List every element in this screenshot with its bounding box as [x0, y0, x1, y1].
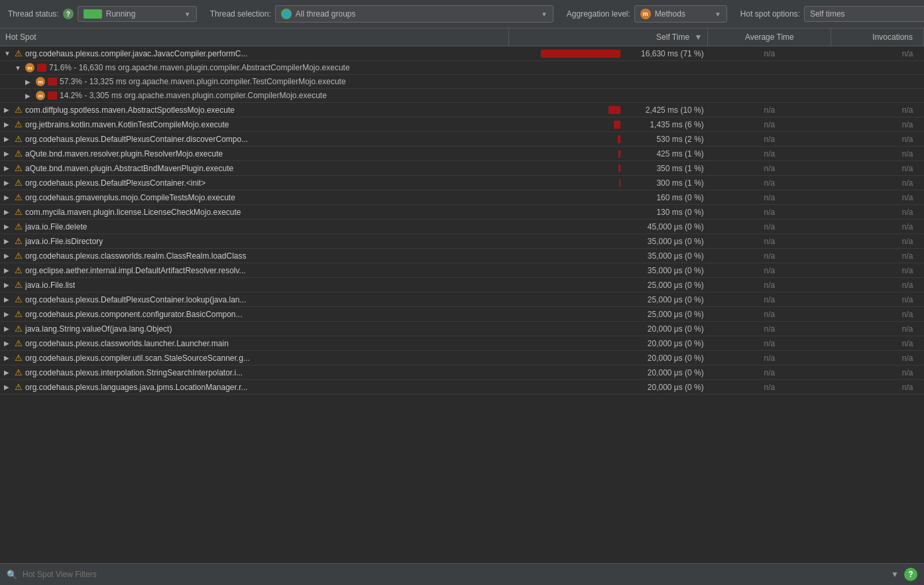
- method-name: org.codehaus.plexus.compiler.util.scan.S…: [25, 354, 250, 363]
- table-row: ▶⚠org.eclipse.aether.internal.impl.Defau…: [0, 263, 924, 278]
- method-name: java.io.File.delete: [25, 222, 87, 231]
- hotspot-options-dropdown[interactable]: Self times ▼: [804, 6, 924, 22]
- expand-button[interactable]: ▶: [4, 281, 12, 289]
- thread-selection-value: All thread groups: [296, 9, 356, 19]
- table-row: ▶⚠org.codehaus.plexus.DefaultPlexusConta…: [0, 176, 924, 190]
- expand-button[interactable]: ▶: [25, 92, 33, 99]
- self-time-value: 1,435 ms (6 %): [624, 120, 704, 129]
- invocations-cell: n/a: [831, 249, 924, 263]
- self-time-value: 20,000 μs (0 %): [624, 324, 704, 334]
- table-row: ▶⚠com.mycila.maven.plugin.license.Licens…: [0, 205, 924, 220]
- expand-button[interactable]: ▶: [4, 208, 12, 216]
- invocations-cell: n/a: [831, 205, 924, 220]
- table-row: ▶⚠org.codehaus.plexus.DefaultPlexusConta…: [0, 292, 924, 307]
- color-block: [48, 92, 57, 99]
- expand-button[interactable]: ▶: [4, 194, 12, 201]
- thread-status-help-icon[interactable]: ?: [63, 9, 74, 19]
- self-time-value: 45,000 μs (0 %): [624, 222, 704, 231]
- self-time-bar: [608, 106, 620, 114]
- expand-button[interactable]: ▶: [25, 78, 33, 86]
- self-time-value: 20,000 μs (0 %): [624, 368, 704, 377]
- invocations-column-header[interactable]: Invocations: [831, 29, 924, 46]
- thread-selection-dropdown[interactable]: 🌐 All thread groups ▼: [275, 5, 553, 23]
- method-name: org.codehaus.plexus.classworlds.launcher…: [25, 339, 229, 348]
- avg-time-cell: n/a: [708, 278, 831, 292]
- method-name: org.codehaus.plexus.DefaultPlexusContain…: [25, 178, 205, 188]
- self-time-cell: 1,435 ms (6 %): [509, 117, 708, 132]
- warning-icon: ⚠: [15, 119, 23, 129]
- expand-button[interactable]: ▶: [4, 252, 12, 259]
- chevron-down-icon: ▼: [184, 11, 191, 18]
- self-time-cell: 300 ms (1 %): [509, 176, 708, 190]
- self-time-cell: 16,630 ms (71 %): [509, 46, 708, 61]
- thread-status-dropdown[interactable]: Running ▼: [78, 6, 197, 22]
- table-row: ▶⚠java.lang.String.valueOf(java.lang.Obj…: [0, 322, 924, 336]
- method-name: org.eclipse.aether.internal.impl.Default…: [25, 266, 246, 275]
- expand-button[interactable]: ▼: [4, 50, 12, 57]
- self-time-bar: [619, 179, 620, 187]
- profiler-table: Hot Spot Self Time ▼ Average Time Invoca…: [0, 29, 924, 395]
- expand-button[interactable]: ▶: [4, 325, 12, 332]
- invocations-cell: n/a: [831, 103, 924, 117]
- self-time-value: 35,000 μs (0 %): [624, 266, 704, 275]
- expand-button[interactable]: ▶: [4, 296, 12, 303]
- expand-button[interactable]: ▼: [15, 64, 23, 72]
- self-time-value: 350 ms (1 %): [624, 164, 704, 173]
- expand-button[interactable]: ▶: [4, 383, 12, 391]
- hotspot-cell: ▶⚠aQute.bnd.maven.plugin.AbstractBndMave…: [0, 161, 509, 176]
- method-name: org.codehaus.plexus.compiler.javac.Javac…: [25, 49, 247, 58]
- invocations-cell: n/a: [831, 307, 924, 322]
- avg-time-cell: n/a: [708, 365, 831, 380]
- invocations-cell: n/a: [831, 351, 924, 365]
- filter-input[interactable]: [23, 570, 886, 579]
- warning-icon: ⚠: [15, 207, 23, 217]
- avg-time-cell: n/a: [708, 46, 831, 61]
- avgtime-column-header[interactable]: Average Time: [708, 29, 831, 46]
- self-time-cell: 2,425 ms (10 %): [509, 103, 708, 117]
- hotspot-cell: ▶⚠org.codehaus.plexus.languages.java.jpm…: [0, 380, 509, 395]
- self-time-cell: [509, 75, 708, 89]
- warning-icon: ⚠: [15, 178, 23, 188]
- toolbar: Thread status: ? Running ▼ Thread select…: [0, 0, 924, 29]
- expand-button[interactable]: ▶: [4, 237, 12, 245]
- expand-button[interactable]: ▶: [4, 135, 12, 143]
- expand-button[interactable]: ▶: [4, 179, 12, 186]
- expand-button[interactable]: ▶: [4, 354, 12, 361]
- hotspot-column-header[interactable]: Hot Spot: [0, 29, 509, 46]
- self-time-cell: 20,000 μs (0 %): [509, 351, 708, 365]
- avg-time-cell: n/a: [708, 380, 831, 395]
- m-badge-icon: m: [36, 91, 45, 100]
- self-time-value: 20,000 μs (0 %): [624, 339, 704, 348]
- invocations-cell: n/a: [831, 336, 924, 351]
- selftime-column-header[interactable]: Self Time ▼: [509, 29, 708, 46]
- method-name: org.jetbrains.kotlin.maven.KotlinTestCom…: [25, 120, 229, 129]
- expand-button[interactable]: ▶: [4, 340, 12, 347]
- warning-icon: ⚠: [15, 367, 23, 377]
- expand-button[interactable]: ▶: [4, 121, 12, 128]
- expand-button[interactable]: ▶: [4, 267, 12, 274]
- hotspot-cell: ▶⚠org.codehaus.plexus.component.configur…: [0, 307, 509, 322]
- profiler-table-container: Hot Spot Self Time ▼ Average Time Invoca…: [0, 29, 924, 563]
- expand-button[interactable]: ▶: [4, 369, 12, 376]
- help-button[interactable]: ?: [904, 568, 917, 581]
- hotspot-cell: ▶⚠org.codehaus.plexus.DefaultPlexusConta…: [0, 176, 509, 190]
- self-time-cell: 25,000 μs (0 %): [509, 307, 708, 322]
- aggregation-dropdown[interactable]: m Methods ▼: [634, 5, 727, 23]
- self-time-cell: 25,000 μs (0 %): [509, 278, 708, 292]
- expand-button[interactable]: ▶: [4, 223, 12, 230]
- method-name: org.codehaus.plexus.component.configurat…: [25, 310, 243, 319]
- expand-button[interactable]: ▶: [4, 310, 12, 318]
- invocations-cell: [831, 61, 924, 75]
- expand-button[interactable]: ▶: [4, 164, 12, 172]
- invocations-cell: n/a: [831, 322, 924, 336]
- thread-status-value: Running: [106, 9, 136, 19]
- self-time-cell: 160 ms (0 %): [509, 190, 708, 205]
- running-indicator: [84, 9, 102, 19]
- expand-button[interactable]: ▶: [4, 150, 12, 157]
- self-time-bar: [614, 121, 620, 129]
- method-name: org.codehaus.plexus.languages.java.jpms.…: [25, 383, 248, 392]
- hotspot-cell: ▼m71.6% - 16,630 ms org.apache.maven.plu…: [0, 61, 509, 75]
- table-row: ▶m57.3% - 13,325 ms org.apache.maven.plu…: [0, 75, 924, 89]
- expand-button[interactable]: ▶: [4, 106, 12, 113]
- chevron-down-icon[interactable]: ▼: [891, 570, 899, 579]
